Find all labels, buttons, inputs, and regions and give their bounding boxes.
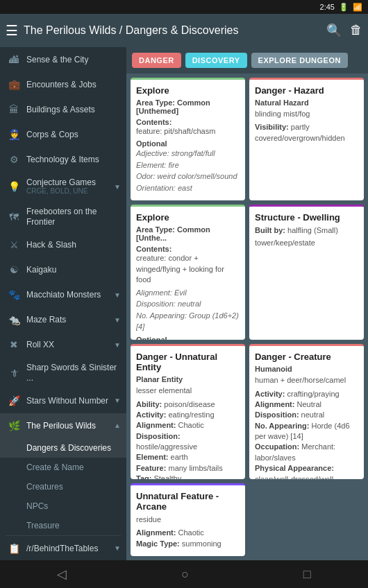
sidebar-item-perilous-wilds[interactable]: 🌿 The Perilous Wilds ▲ [0, 413, 126, 438]
header-actions: 🔍 🗑 [326, 23, 362, 38]
card-subtitle: Planar Entity [136, 375, 240, 383]
sidebar-item-hack-slash[interactable]: ⚔ Hack & Slash [0, 232, 126, 257]
no-appearing-label: No. Appearing: [255, 422, 309, 430]
perilous-icon: 🌿 [7, 420, 21, 431]
status-time: 2:45 [320, 3, 335, 11]
home-button[interactable]: ○ [167, 562, 203, 587]
tab-danger[interactable]: DANGER [132, 53, 181, 68]
header-title: The Perilous Wilds / Dangers & Discoveri… [24, 24, 326, 37]
chevron-down-icon: ▼ [114, 544, 121, 552]
tech-icon: ⚙ [7, 154, 21, 165]
alignment-value: Chaotic [176, 421, 203, 429]
back-button[interactable]: ◁ [43, 561, 81, 587]
status-bar: 2:45 🔋 📶 [0, 0, 368, 14]
chevron-down-icon: ▼ [114, 341, 121, 349]
tab-explore-dungeon[interactable]: EXPLORE DUNGEON [251, 53, 348, 68]
sidebar-subitem-treasure[interactable]: Treasure [0, 516, 126, 535]
alignment-value: Neutral [294, 400, 321, 408]
card-structure: Structure - Dwelling Built by: halfling … [249, 205, 364, 340]
activity-label: Activity: [136, 410, 166, 419]
search-icon[interactable]: 🔍 [326, 23, 342, 38]
sidebar-subitem-npcs[interactable]: NPCs [0, 496, 126, 516]
sidebar-item-label: Corps & Cops [26, 130, 121, 139]
conjecture-sublabel: CRGE, BOLD, UNE [26, 187, 108, 196]
menu-icon[interactable]: ☰ [6, 22, 18, 39]
delete-icon[interactable]: 🗑 [350, 23, 362, 38]
card-alignment: Alignment: Evil [136, 287, 240, 299]
card-title: Unnatural Feature - Arcane [136, 491, 240, 512]
stars-icon: 🚀 [7, 395, 21, 406]
bottom-nav: ◁ ○ □ [0, 560, 368, 588]
main-layout: 🏙 Sense & the City 💼 Encounters & Jobs 🏛… [0, 47, 368, 560]
card-label: Contents: [136, 118, 172, 126]
alignment-value: Chaotic [176, 528, 203, 537]
sidebar-subitem-create-name[interactable]: Create & Name [0, 458, 126, 477]
sidebar-item-technology[interactable]: ⚙ Technology & Items [0, 147, 126, 172]
battery-icon: 🔋 [339, 3, 349, 12]
tag-value: Stealthy [151, 474, 181, 479]
creature-type: human + deer/horse/camel [255, 375, 358, 386]
chevron-up-icon: ▲ [114, 422, 121, 429]
conjecture-icon: 💡 [7, 181, 21, 192]
occupation-label: Occupation: [255, 442, 299, 451]
sidebar-item-roll-xx[interactable]: ✖ Roll XX ▼ [0, 332, 126, 357]
card-danger-unnatural: Danger - Unnatural Entity Planar Entity … [131, 344, 245, 479]
sidebar-item-label: Sense & the City [26, 55, 121, 64]
sense-city-icon: 🏙 [7, 54, 21, 65]
sidebar-item-stars[interactable]: 🚀 Stars Without Number ▼ [0, 388, 126, 413]
ability-value: poison/disease [162, 400, 215, 408]
sidebar-item-sharp-swords[interactable]: 🗡 Sharp Swords & Sinister ... [0, 357, 126, 388]
sidebar-item-freebooters[interactable]: 🗺 Freebooters on the Frontier [0, 201, 126, 232]
freebooters-icon: 🗺 [7, 211, 21, 223]
visibility-label: Visibility: [255, 123, 289, 131]
sidebar-item-label: Macchiato Monsters [26, 290, 108, 300]
ability-label: Ability: [136, 400, 162, 408]
maze-icon: 🐀 [7, 314, 21, 325]
sidebar-item-buildings[interactable]: 🏛 Buildings & Assets [0, 97, 126, 122]
card-title: Danger - Unnatural Entity [136, 352, 240, 372]
sidebar-subitem-dangers[interactable]: Dangers & Discoveries [0, 438, 126, 458]
sidebar-item-rbehind[interactable]: 📋 /r/BehindTheTables ▼ [0, 536, 126, 560]
sidebar-item-conjecture[interactable]: 💡 Conjecture Games CRGE, BOLD, UNE ▼ [0, 172, 126, 201]
card-title: Explore [136, 212, 240, 223]
sidebar-item-maze-rats[interactable]: 🐀 Maze Rats ▼ [0, 307, 126, 332]
magic-type-label: Magic Type: [136, 539, 180, 548]
sidebar-item-label: Sharp Swords & Sinister ... [26, 363, 121, 383]
activity-value: eating/resting [166, 410, 214, 419]
sidebar-subitem-creatures[interactable]: Creatures [0, 477, 126, 496]
card-unnatural-feature: Unnatural Feature - Arcane residue Align… [131, 483, 245, 556]
card-explore-2: Explore Area Type: Common [Unthe... Cont… [131, 205, 245, 340]
card-danger-creature: Danger - Creature Humanoid human + deer/… [249, 344, 364, 479]
macchiato-icon: 🐾 [7, 289, 21, 300]
chevron-down-icon: ▼ [114, 291, 121, 299]
roll-icon: ✖ [7, 339, 21, 350]
sidebar-item-sense-city[interactable]: 🏙 Sense & the City [0, 47, 126, 72]
rbehind-icon: 📋 [7, 543, 21, 554]
disposition-value: hostile/aggressive [136, 442, 197, 451]
card-adjective: Adjective: strong/fat/full [136, 148, 240, 159]
content-area: DANGER DISCOVERY EXPLORE DUNGEON Explore… [126, 47, 368, 560]
appearance-value: clean/well-dressed/well-groomed [255, 475, 336, 479]
disposition-label: Disposition: [255, 410, 299, 419]
tab-discovery[interactable]: DISCOVERY [185, 53, 247, 68]
card-explore-1: Explore Area Type: Common [Unthemed] Con… [131, 78, 245, 200]
sidebar: 🏙 Sense & the City 💼 Encounters & Jobs 🏛… [0, 47, 126, 560]
sidebar-item-label: Roll XX [26, 340, 108, 349]
sidebar-item-kaigaku[interactable]: ☯ Kaigaku [0, 257, 126, 282]
built-by-label: Built by: [255, 226, 285, 234]
sidebar-item-label: Buildings & Assets [26, 105, 121, 114]
card-content: blinding mist/fog [255, 109, 358, 119]
sidebar-item-encounters[interactable]: 💼 Encounters & Jobs [0, 72, 126, 97]
hack-icon: ⚔ [7, 239, 21, 250]
card-optional-label: Optional [136, 336, 240, 340]
wifi-icon: 📶 [353, 3, 362, 12]
sidebar-item-macchiato[interactable]: 🐾 Macchiato Monsters ▼ [0, 282, 126, 307]
sidebar-item-corps-cops[interactable]: 👮 Corps & Cops [0, 122, 126, 147]
disposition-value: neutral [299, 410, 325, 419]
feature-value: many limbs/tails [166, 464, 222, 472]
card-odor: Odor: weird color/smell/sound [136, 171, 240, 182]
activity-label: Activity: [255, 390, 285, 398]
card-orientation: Orientation: east [136, 182, 240, 194]
recents-button[interactable]: □ [290, 562, 325, 587]
element-value: earth [168, 453, 187, 461]
